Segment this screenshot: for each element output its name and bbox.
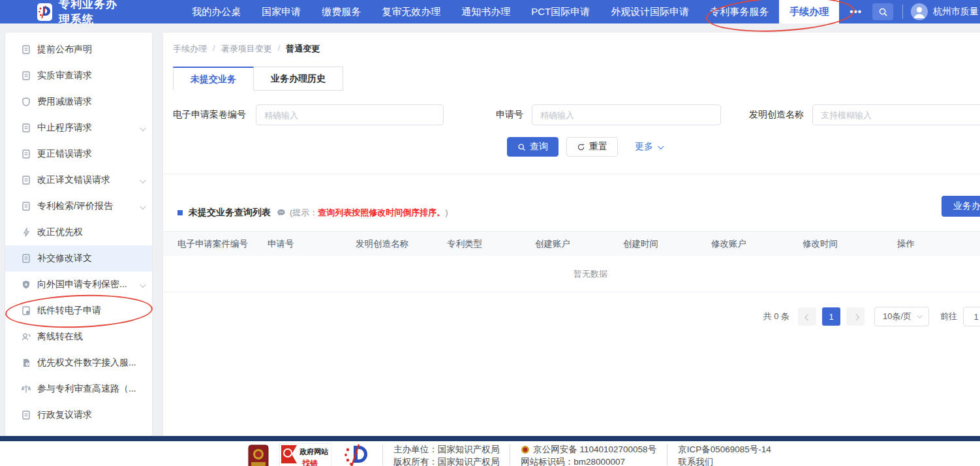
scales-icon [21, 384, 31, 394]
breadcrumb: 手续办理 / 著录项目变更 / 普通变更 [173, 43, 320, 55]
form-actions: 查询 重置 更多 [507, 137, 662, 157]
table-header: 电子申请案件编号 申请号 发明创造名称 专利类型 创建账户 创建时间 修改账户 … [163, 231, 980, 256]
chevron-down-icon[interactable] [140, 123, 144, 133]
nav-item-fee-services[interactable]: 缴费服务 [311, 0, 371, 23]
bullet-square [177, 210, 183, 215]
sidebar-item-patent-search-report[interactable]: 专利检索/评价报告 [5, 193, 152, 219]
business-handle-button[interactable]: 业务办理 [942, 196, 980, 217]
chevron-down-icon[interactable] [140, 279, 144, 290]
document-icon [21, 149, 31, 159]
sidebar-item-early-publication[interactable]: 提前公布声明 [5, 37, 152, 63]
refresh-icon [577, 143, 585, 151]
national-emblem-badge-icon [248, 444, 269, 466]
username[interactable]: 杭州市质量 [933, 6, 979, 18]
prev-page-button[interactable] [798, 307, 816, 326]
goto-label: 前往 [940, 311, 957, 322]
column-header: 操作 [897, 238, 980, 250]
column-header: 创建账户 [535, 238, 623, 250]
tab-business-history[interactable]: 业务办理历史 [254, 67, 343, 91]
breadcrumb-current: 普通变更 [286, 43, 320, 55]
breadcrumb-item[interactable]: 手续办理 [173, 43, 207, 55]
transfer-icon [21, 305, 31, 316]
efiling-case-number-label: 电子申请案卷编号 [173, 109, 246, 121]
document-icon [21, 410, 31, 420]
nav-item-my-desk[interactable]: 我的办公桌 [181, 0, 251, 23]
contact-us-link[interactable]: 联系我们 [678, 456, 771, 466]
list-header: 未提交业务查询列表 (提示：查询列表按照修改时间倒序排序。) [177, 200, 448, 226]
column-header: 申请号 [268, 238, 356, 250]
user-avatar[interactable] [911, 3, 928, 20]
sidebar-item-error-correction[interactable]: 更正错误请求 [5, 141, 152, 167]
sidebar-item-priority-correction[interactable]: 改正优先权 [5, 219, 152, 245]
tabs: 未提交业务 业务办理历史 [173, 67, 343, 91]
column-header: 电子申请案件编号 [177, 238, 268, 250]
invention-name-input[interactable] [812, 104, 980, 125]
shield-icon [21, 97, 31, 107]
footer-icp-column: 京ICP备05069085号-14 联系我们 [678, 443, 771, 466]
nav-item-national-application[interactable]: 国家申请 [251, 0, 311, 23]
patent-system-logo-icon [342, 443, 372, 466]
more-filters-link[interactable]: 更多 [635, 141, 662, 153]
lock-shield-icon [21, 279, 31, 290]
search-button[interactable]: 查询 [507, 137, 559, 157]
column-header: 发明创造名称 [356, 238, 447, 250]
sidebar-item-foreign-filing-confidentiality[interactable]: 向外国申请专利保密... [5, 272, 152, 298]
search-icon[interactable] [872, 3, 893, 20]
sidebar-item-priority-document-das[interactable]: 优先权文件数字接入服... [5, 350, 152, 376]
footer-divider [510, 444, 510, 465]
column-header: 修改时间 [803, 238, 897, 250]
breadcrumb-item[interactable]: 著录项目变更 [221, 43, 272, 55]
search-icon [517, 143, 526, 151]
nav-item-pct-international[interactable]: PCT国际申请 [521, 0, 600, 23]
sidebar-item-paper-to-electronic[interactable]: 纸件转电子申请 [5, 298, 152, 324]
nav-item-procedure-handling[interactable]: 手续办理 [779, 0, 839, 23]
nav-divider [902, 5, 903, 19]
table-empty-row: 暂无数据 [163, 256, 980, 292]
police-badge-icon [521, 445, 530, 454]
chevron-right-icon [853, 314, 859, 320]
section-divider [163, 174, 980, 174]
sidebar-item-supplement-amended-translation[interactable]: 补交修改译文 [5, 245, 152, 272]
document-icon [21, 253, 31, 264]
application-number-input[interactable] [532, 104, 721, 125]
sidebar-item-administrative-reconsideration[interactable]: 行政复议请求 [5, 402, 152, 428]
nav-item-patent-affairs[interactable]: 专利事务服务 [699, 0, 779, 23]
footer-top-bar [0, 436, 980, 441]
column-header: 专利类型 [447, 238, 535, 250]
nav-item-design-international[interactable]: 外观设计国际申请 [600, 0, 699, 23]
sidebar-item-fee-reduction[interactable]: 费用减缴请求 [5, 89, 152, 115]
sidebar-item-suspension-procedure[interactable]: 中止程序请求 [5, 115, 152, 141]
sidebar-item-translation-correction[interactable]: 改正译文错误请求 [5, 167, 152, 193]
sidebar: 提前公布声明 实质审查请求 费用减缴请求 中止程序请求 更正错误请求 改正译文错… [5, 33, 152, 436]
nav-item-more[interactable]: ••• [839, 0, 872, 23]
list-title: 未提交业务查询列表 [189, 207, 271, 219]
chevron-down-icon[interactable] [140, 201, 144, 211]
sidebar-item-substantive-exam[interactable]: 实质审查请求 [5, 63, 152, 89]
column-header: 创建时间 [623, 238, 711, 250]
nav-item-reexam-invalidation[interactable]: 复审无效办理 [371, 0, 451, 23]
sidebar-item-offline-to-online[interactable]: 离线转在线 [5, 324, 152, 350]
tab-unsubmitted-business[interactable]: 未提交业务 [173, 67, 254, 91]
report-icon [21, 201, 31, 211]
footer-host-column: 主办单位：国家知识产权局 版权所有：国家知识产权局 [393, 443, 499, 466]
comment-icon [277, 208, 286, 217]
efiling-case-number-input[interactable] [256, 104, 444, 125]
people-icon [21, 332, 31, 342]
gov-site-error-logo[interactable]: 政府网站 找错 [279, 443, 331, 466]
pagination-total: 共 0 条 [763, 311, 789, 322]
app-logo-icon [37, 3, 52, 21]
app-title: 专利业务办理系统 [59, 0, 124, 27]
nav-item-notice-handling[interactable]: 通知书办理 [451, 0, 521, 23]
goto-page-input[interactable] [963, 307, 980, 326]
sidebar-item-pph-highway[interactable]: 参与专利审查高速路（... [5, 376, 152, 402]
top-navbar: 专利业务办理系统 我的办公桌 国家申请 缴费服务 复审无效办理 通知书办理 PC… [0, 0, 980, 23]
page-number-1[interactable]: 1 [822, 307, 840, 326]
document-icon [21, 44, 31, 55]
application-number-label: 申请号 [496, 109, 523, 121]
next-page-button[interactable] [846, 307, 865, 326]
document-icon [21, 123, 31, 133]
reset-button[interactable]: 重置 [566, 137, 618, 157]
chevron-down-icon[interactable] [140, 175, 144, 185]
page-size-select[interactable]: 10条/页 [874, 307, 929, 326]
footer: 政府网站 找错 主办单位：国家知识产权局 版权所有：国家知识产权局 京公网安备 … [0, 441, 980, 466]
